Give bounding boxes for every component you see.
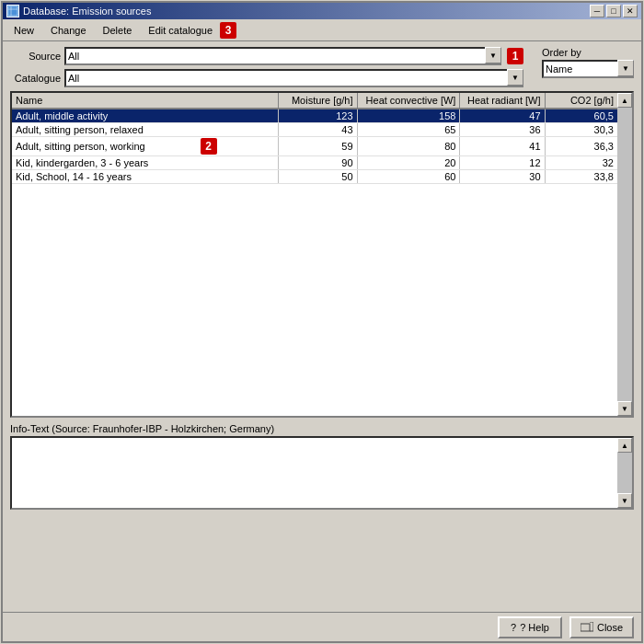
info-section: Info-Text (Source: Fraunhofer-IBP - Holz…: [10, 423, 634, 510]
window-icon: [6, 5, 19, 17]
cell-moisture: 50: [279, 170, 358, 184]
main-content: Source All ▼ 1 Catalogue All: [3, 41, 641, 615]
table-row[interactable]: Adult, sitting person, working259804136,…: [12, 137, 617, 156]
cell-name: Kid, kindergarden, 3 - 6 years: [12, 156, 279, 170]
menu-new[interactable]: New: [6, 21, 41, 40]
source-select[interactable]: All: [64, 47, 501, 65]
cell-co2: 33,8: [545, 170, 617, 184]
help-button[interactable]: ? ? Help: [498, 616, 562, 638]
close-button[interactable]: Close: [569, 616, 634, 638]
table-row[interactable]: Adult, sitting person, relaxed43653630,3: [12, 123, 617, 137]
catalogue-row: Catalogue All ▼: [10, 69, 523, 87]
catalogue-label: Catalogue: [10, 73, 61, 84]
data-table-container: Name Moisture [g/h] Heat convective [W] …: [10, 91, 634, 418]
cell-heat-conv: 65: [357, 123, 460, 137]
close-label: Close: [597, 622, 623, 633]
source-row: Source All ▼ 1: [10, 47, 523, 65]
table-scrollbar[interactable]: ▲ ▼: [617, 93, 632, 416]
cell-heat-rad: 30: [460, 170, 545, 184]
info-scroll-up[interactable]: ▲: [617, 438, 632, 453]
menu-change[interactable]: Change: [43, 21, 94, 40]
info-scroll-track: [617, 453, 632, 493]
menu-bar: New Change Delete Edit catalogue 3: [3, 19, 641, 41]
window-title: Database: Emission sources: [23, 6, 151, 17]
table-scroll: Name Moisture [g/h] Heat convective [W] …: [12, 93, 617, 416]
col-co2: CO2 [g/h]: [545, 93, 617, 109]
cell-heat-conv: 20: [357, 156, 460, 170]
cell-heat-conv: 60: [357, 170, 460, 184]
main-window: Database: Emission sources ─ □ ✕ New Cha…: [1, 1, 643, 643]
order-by-select[interactable]: Name: [542, 60, 634, 78]
cell-heat-rad: 36: [460, 123, 545, 137]
cell-heat-conv: 158: [357, 109, 460, 123]
annotation-1: 1: [507, 48, 523, 64]
close-title-button[interactable]: ✕: [623, 5, 638, 17]
cell-name: Adult, sitting person, relaxed: [12, 123, 279, 137]
cell-heat-rad: 47: [460, 109, 545, 123]
col-name: Name: [12, 93, 279, 109]
col-moisture: Moisture [g/h]: [279, 93, 358, 109]
svg-rect-3: [581, 624, 590, 631]
info-text-wrapper: ▲ ▼: [10, 436, 634, 510]
cell-moisture: 43: [279, 123, 358, 137]
menu-delete[interactable]: Delete: [96, 21, 140, 40]
cell-heat-conv: 80: [357, 137, 460, 156]
minimize-button[interactable]: ─: [590, 5, 604, 17]
scroll-up-btn[interactable]: ▲: [617, 93, 632, 108]
cell-name: Kid, School, 14 - 16 years: [12, 170, 279, 184]
cell-co2: 30,3: [545, 123, 617, 137]
cell-heat-rad: 12: [460, 156, 545, 170]
cell-moisture: 59: [279, 137, 358, 156]
annotation-3: 3: [220, 22, 236, 39]
cell-co2: 36,3: [545, 137, 617, 156]
close-icon: [581, 621, 593, 633]
cell-heat-rad: 41: [460, 137, 545, 156]
maximize-button[interactable]: □: [606, 5, 621, 17]
cell-co2: 32: [545, 156, 617, 170]
order-by-label: Order by: [542, 47, 634, 58]
info-label: Info-Text (Source: Fraunhofer-IBP - Holz…: [10, 423, 634, 434]
catalogue-select[interactable]: All: [64, 69, 523, 87]
help-label: ? Help: [520, 622, 549, 633]
filters-area: Source All ▼ 1 Catalogue All: [10, 47, 634, 87]
cell-moisture: 123: [279, 109, 358, 123]
info-scrollbar[interactable]: ▲ ▼: [617, 438, 632, 508]
cell-moisture: 90: [279, 156, 358, 170]
source-label: Source: [10, 51, 61, 62]
svg-rect-0: [8, 6, 17, 16]
annotation-2: 2: [201, 138, 217, 155]
table-row[interactable]: Kid, School, 14 - 16 years50603033,8: [12, 170, 617, 184]
table-row[interactable]: Kid, kindergarden, 3 - 6 years90201232: [12, 156, 617, 170]
info-text-area: [12, 438, 617, 508]
scroll-down-btn[interactable]: ▼: [617, 401, 632, 416]
bottom-bar: ? ? Help Close: [3, 612, 641, 641]
title-bar: Database: Emission sources ─ □ ✕: [3, 3, 641, 19]
order-by-area: Order by Name ▼: [542, 47, 634, 78]
help-icon: ?: [511, 622, 516, 633]
table-header-row: Name Moisture [g/h] Heat convective [W] …: [12, 93, 617, 109]
data-table: Name Moisture [g/h] Heat convective [W] …: [12, 93, 617, 184]
menu-edit-catalogue[interactable]: Edit catalogue 3: [141, 21, 244, 40]
cell-name: Adult, sitting person, working2: [12, 137, 279, 156]
scroll-track: [617, 108, 632, 401]
table-row[interactable]: Adult, middle activity1231584760,5: [12, 109, 617, 123]
col-heat-rad: Heat radiant [W]: [460, 93, 545, 109]
cell-name: Adult, middle activity: [12, 109, 279, 123]
cell-co2: 60,5: [545, 109, 617, 123]
info-scroll-down[interactable]: ▼: [617, 493, 632, 508]
col-heat-conv: Heat convective [W]: [357, 93, 460, 109]
